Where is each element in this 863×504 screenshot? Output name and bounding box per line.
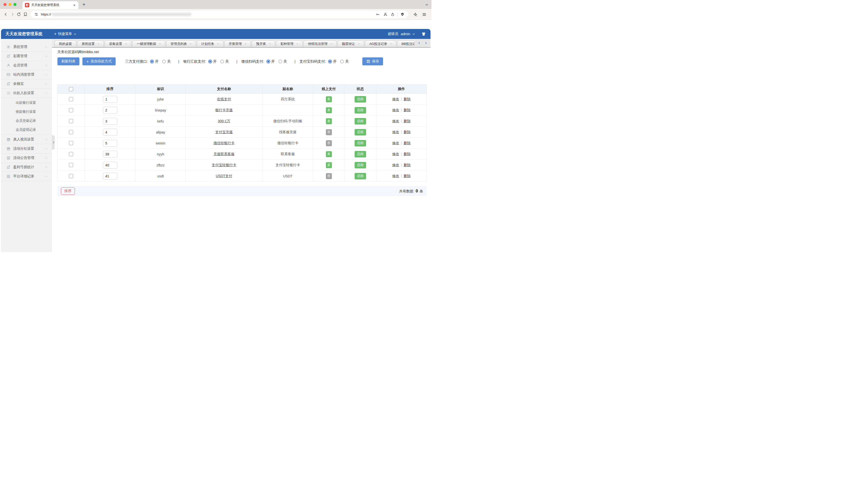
sidebar-item[interactable]: 会员管理 (1, 61, 52, 70)
edit-link[interactable]: 修改 (392, 119, 399, 123)
sort-order-input[interactable] (103, 118, 117, 125)
delete-link[interactable]: 删除 (403, 152, 411, 156)
sort-button[interactable]: 排序 (61, 188, 75, 195)
delete-link[interactable]: 删除 (403, 130, 411, 134)
payment-name-link[interactable]: USDT支付 (216, 174, 232, 178)
tab-close-icon[interactable]: × (245, 42, 247, 46)
share-icon[interactable] (390, 12, 395, 17)
row-checkbox[interactable] (69, 119, 73, 123)
app-tab[interactable]: 预开奖× (252, 40, 275, 47)
radio-off[interactable] (278, 60, 282, 63)
radio-off[interactable] (340, 60, 344, 63)
sort-order-input[interactable] (103, 151, 117, 158)
window-zoom-button[interactable] (13, 3, 16, 6)
sidebar-item[interactable]: 彩票管理 (1, 52, 52, 61)
sort-order-input[interactable] (103, 173, 117, 180)
tab-search-chevron-icon[interactable] (425, 3, 428, 7)
app-tab[interactable]: 一键清理数据× (132, 40, 165, 47)
row-checkbox[interactable] (69, 130, 73, 134)
tab-close-icon[interactable]: × (98, 42, 99, 46)
edit-link[interactable]: 修改 (392, 174, 399, 178)
tab-close-icon[interactable]: × (330, 42, 332, 46)
delete-link[interactable]: 删除 (403, 119, 411, 123)
radio-on[interactable] (208, 60, 212, 63)
edit-link[interactable]: 修改 (392, 141, 399, 145)
delete-link[interactable]: 删除 (403, 163, 411, 167)
leo-sparkle-icon[interactable] (412, 11, 418, 18)
radio-on[interactable] (266, 60, 270, 63)
sidebar-item[interactable]: 盈利亏损统计 (1, 163, 52, 172)
sidebar-subitem[interactable]: 收款银行设置 (1, 107, 52, 116)
app-tab[interactable]: 额度转让× (337, 40, 364, 47)
quick-menu-button[interactable]: + 快捷菜单 (54, 31, 77, 36)
app-tab[interactable]: AG投注记录× (365, 40, 396, 47)
sidebar-item[interactable]: 站内消息管理 (1, 70, 52, 79)
user-menu[interactable]: admin (401, 32, 415, 36)
app-tab[interactable]: 传统玩法管理× (303, 40, 337, 47)
browser-tab[interactable]: 彩 天天欢迎您管理系统 × (23, 1, 78, 9)
radio-off[interactable] (162, 60, 166, 63)
payment-name-link[interactable]: 充值联系客服 (213, 152, 235, 156)
payment-name-link[interactable]: 300-1万 (218, 119, 230, 123)
sidebar-subitem[interactable]: 会员提现记录 (1, 125, 52, 134)
tab-scroll-left-icon[interactable]: ‹ (418, 41, 420, 45)
row-checkbox[interactable] (69, 174, 73, 178)
sort-order-input[interactable] (103, 107, 117, 114)
delete-link[interactable]: 删除 (403, 174, 411, 178)
sidebar-item[interactable]: 出款入款设置 (1, 89, 52, 98)
reload-icon[interactable] (15, 11, 22, 18)
payment-name-link[interactable]: 银行卡充值 (215, 108, 233, 112)
sidebar-subitem[interactable]: 会员充值记录 (1, 116, 52, 125)
row-checkbox[interactable] (69, 152, 73, 156)
key-icon[interactable] (375, 12, 380, 17)
app-tab[interactable]: 我的桌面 (54, 40, 76, 47)
sidebar-collapse-handle[interactable] (52, 135, 55, 150)
tab-close-icon[interactable]: × (159, 42, 161, 46)
address-bar[interactable]: https:// (30, 11, 408, 18)
sidebar-subitem[interactable]: 出款银行设置 (1, 98, 52, 107)
brave-shields-icon[interactable] (400, 12, 405, 17)
delete-link[interactable]: 删除 (403, 141, 411, 145)
save-button[interactable]: 保存 (362, 57, 383, 65)
sidebar-item[interactable]: 系统管理 (1, 42, 52, 52)
sidebar-item[interactable]: 活动公告管理 (1, 153, 52, 163)
delete-link[interactable]: 删除 (403, 97, 411, 101)
add-payment-method-button[interactable]: + 添加存款方式 (83, 57, 116, 65)
theme-shirt-icon[interactable] (421, 32, 426, 36)
app-tab[interactable]: 计划任务× (197, 40, 224, 47)
sidebar-item[interactable]: 余额宝 (1, 79, 52, 89)
edit-link[interactable]: 修改 (392, 108, 399, 112)
tab-close-icon[interactable]: × (297, 42, 298, 46)
edit-link[interactable]: 修改 (392, 163, 399, 167)
sort-order-input[interactable] (103, 162, 117, 169)
window-minimize-button[interactable] (9, 3, 12, 6)
tab-close-icon[interactable]: × (125, 42, 127, 46)
tab-close-icon[interactable]: × (217, 42, 219, 46)
radio-on[interactable] (328, 60, 332, 63)
row-checkbox[interactable] (69, 163, 73, 167)
tab-close-icon[interactable]: × (390, 42, 392, 46)
app-tab[interactable]: 开奖管理× (224, 40, 251, 47)
delete-link[interactable]: 删除 (403, 108, 411, 112)
app-tab[interactable]: 采集设置× (105, 40, 132, 47)
app-tab[interactable]: 彩种管理× (276, 40, 303, 47)
row-checkbox[interactable] (69, 141, 73, 145)
radio-on[interactable] (150, 60, 154, 63)
payment-name-link[interactable]: 微信转银行卡 (213, 141, 235, 145)
row-checkbox[interactable] (69, 108, 73, 112)
sort-order-input[interactable] (103, 129, 117, 136)
tab-close-icon[interactable]: × (190, 42, 191, 46)
select-all-checkbox[interactable] (69, 87, 73, 91)
edit-link[interactable]: 修改 (392, 152, 399, 156)
media-note-icon[interactable] (382, 12, 388, 17)
sidebar-item[interactable]: 平台详细记录 (1, 172, 52, 181)
row-checkbox[interactable] (69, 97, 73, 101)
edit-link[interactable]: 修改 (392, 130, 399, 134)
forward-icon[interactable] (9, 11, 15, 18)
sort-order-input[interactable] (103, 96, 117, 103)
sort-order-input[interactable] (103, 140, 117, 147)
radio-off[interactable] (220, 60, 224, 63)
tab-close-icon[interactable]: × (269, 42, 271, 46)
edit-link[interactable]: 修改 (392, 97, 399, 101)
window-close-button[interactable] (3, 3, 7, 6)
